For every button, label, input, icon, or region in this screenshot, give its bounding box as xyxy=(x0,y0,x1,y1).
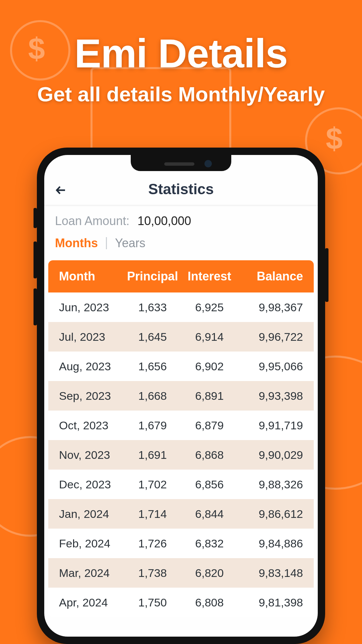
cell-c4: 9,88,326 xyxy=(238,478,308,491)
table-header: Month Principal Interest Balance xyxy=(48,260,314,292)
cell-c1: Oct, 2023 xyxy=(54,419,124,432)
table-row[interactable]: Jul, 20231,6456,9149,96,722 xyxy=(48,322,314,352)
cell-c2: 1,679 xyxy=(124,419,181,432)
cell-c3: 6,868 xyxy=(181,448,238,462)
tab-years[interactable]: Years xyxy=(115,236,145,250)
table-row[interactable]: Aug, 20231,6566,9029,95,066 xyxy=(48,352,314,381)
table-row[interactable]: Mar, 20241,7386,8209,83,148 xyxy=(48,558,314,588)
cell-c1: Dec, 2023 xyxy=(54,478,124,491)
cell-c3: 6,808 xyxy=(181,596,238,609)
cell-c3: 6,891 xyxy=(181,389,238,402)
page-title: Statistics xyxy=(44,181,318,198)
cell-c4: 9,90,029 xyxy=(238,448,308,462)
cell-c1: Jun, 2023 xyxy=(54,301,124,314)
cell-c2: 1,738 xyxy=(124,567,181,580)
cell-c3: 6,856 xyxy=(181,478,238,491)
content-area: Loan Amount: 10,00,000 Months Years Mont… xyxy=(44,205,318,617)
header-month: Month xyxy=(54,269,124,283)
cell-c4: 9,95,066 xyxy=(238,360,308,373)
cell-c3: 6,879 xyxy=(181,419,238,432)
cell-c3: 6,914 xyxy=(181,330,238,343)
cell-c4: 9,84,886 xyxy=(238,537,308,550)
cell-c3: 6,832 xyxy=(181,537,238,550)
cell-c2: 1,702 xyxy=(124,478,181,491)
table-row[interactable]: Oct, 20231,6796,8799,91,719 xyxy=(48,411,314,440)
tab-divider-icon xyxy=(106,237,107,249)
cell-c3: 6,902 xyxy=(181,360,238,373)
table-row[interactable]: Jun, 20231,6336,9259,98,367 xyxy=(48,292,314,322)
cell-c1: Jul, 2023 xyxy=(54,330,124,343)
cell-c1: Nov, 2023 xyxy=(54,448,124,462)
phone-screen: Statistics Loan Amount: 10,00,000 Months… xyxy=(44,155,318,637)
table-row[interactable]: Apr, 20241,7506,8089,81,398 xyxy=(48,588,314,617)
cell-c4: 9,86,612 xyxy=(238,507,308,521)
cell-c1: Feb, 2024 xyxy=(54,537,124,550)
cell-c2: 1,656 xyxy=(124,360,181,373)
tab-months[interactable]: Months xyxy=(55,236,98,250)
phone-notch-icon xyxy=(131,155,231,171)
back-arrow-icon xyxy=(55,184,67,196)
loan-amount-row: Loan Amount: 10,00,000 xyxy=(44,214,318,236)
cell-c2: 1,668 xyxy=(124,389,181,402)
cell-c3: 6,844 xyxy=(181,507,238,521)
header-interest: Interest xyxy=(181,269,238,283)
phone-side-button-icon xyxy=(34,288,37,325)
promo-subtitle: Get all details Monthly/Yearly xyxy=(0,82,362,106)
cell-c4: 9,83,148 xyxy=(238,567,308,580)
cell-c2: 1,714 xyxy=(124,507,181,521)
table-row[interactable]: Nov, 20231,6916,8689,90,029 xyxy=(48,440,314,470)
phone-side-button-icon xyxy=(325,248,328,302)
cell-c1: Mar, 2024 xyxy=(54,567,124,580)
phone-side-button-icon xyxy=(34,241,37,278)
period-tabs: Months Years xyxy=(44,236,318,260)
cell-c1: Apr, 2024 xyxy=(54,596,124,609)
emi-table: Month Principal Interest Balance Jun, 20… xyxy=(48,260,314,617)
phone-frame: Statistics Loan Amount: 10,00,000 Months… xyxy=(37,148,325,644)
cell-c1: Jan, 2024 xyxy=(54,507,124,521)
promo-title: Emi Details xyxy=(0,30,362,76)
cell-c4: 9,96,722 xyxy=(238,330,308,343)
header-principal: Principal xyxy=(124,269,181,283)
table-row[interactable]: Dec, 20231,7026,8569,88,326 xyxy=(48,470,314,499)
cell-c4: 9,91,719 xyxy=(238,419,308,432)
loan-amount-value: 10,00,000 xyxy=(137,214,191,228)
cell-c1: Aug, 2023 xyxy=(54,360,124,373)
header-balance: Balance xyxy=(238,269,308,283)
cell-c1: Sep, 2023 xyxy=(54,389,124,402)
table-row[interactable]: Jan, 20241,7146,8449,86,612 xyxy=(48,499,314,529)
cell-c4: 9,93,398 xyxy=(238,389,308,402)
cell-c2: 1,750 xyxy=(124,596,181,609)
cell-c3: 6,820 xyxy=(181,567,238,580)
cell-c4: 9,81,398 xyxy=(238,596,308,609)
table-row[interactable]: Sep, 20231,6686,8919,93,398 xyxy=(48,381,314,411)
table-row[interactable]: Feb, 20241,7266,8329,84,886 xyxy=(48,529,314,558)
cell-c2: 1,726 xyxy=(124,537,181,550)
cell-c2: 1,645 xyxy=(124,330,181,343)
loan-amount-label: Loan Amount: xyxy=(55,214,129,228)
cell-c3: 6,925 xyxy=(181,301,238,314)
phone-side-button-icon xyxy=(34,208,37,228)
cell-c4: 9,98,367 xyxy=(238,301,308,314)
cell-c2: 1,691 xyxy=(124,448,181,462)
back-button[interactable] xyxy=(53,182,69,198)
cell-c2: 1,633 xyxy=(124,301,181,314)
